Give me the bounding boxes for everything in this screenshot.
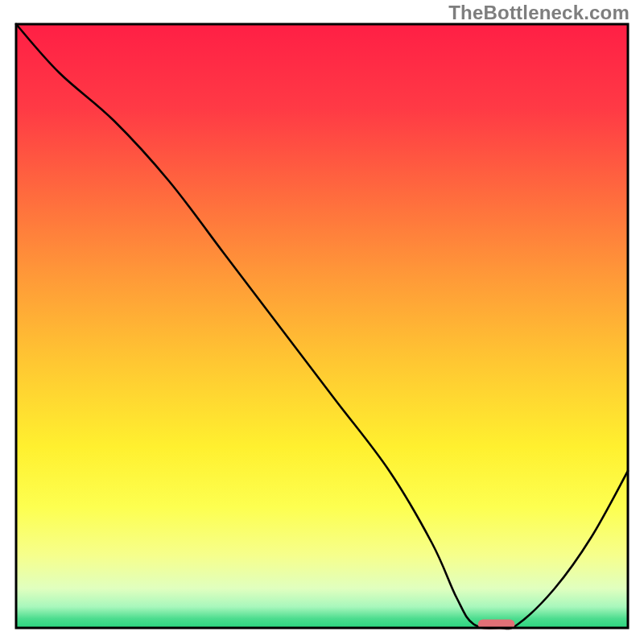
bottleneck-chart	[0, 0, 644, 644]
